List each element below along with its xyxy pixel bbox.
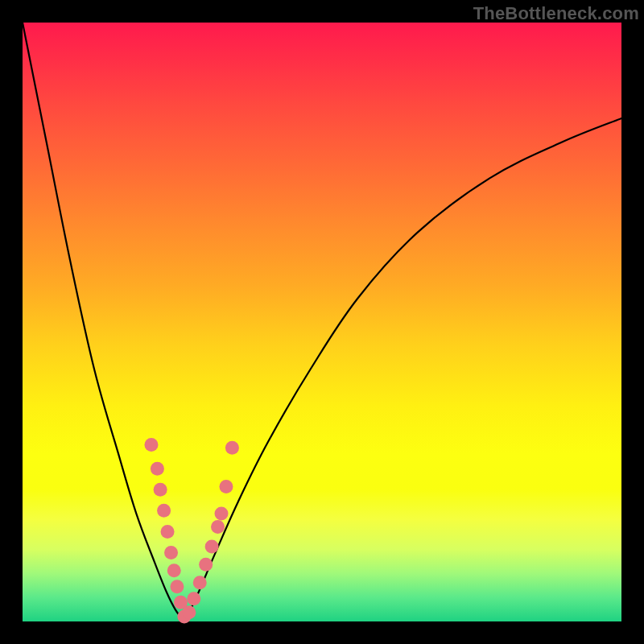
marker-dot (199, 558, 213, 572)
marker-dot (144, 438, 158, 452)
plot-area (23, 23, 621, 621)
curve-group (23, 23, 621, 621)
marker-dot (225, 441, 239, 455)
marker-dot (187, 592, 200, 605)
chart-frame: TheBottleneck.com (0, 0, 644, 644)
marker-dot (154, 483, 167, 497)
marker-dot (164, 546, 178, 559)
marker-dot (211, 520, 225, 534)
marker-dot (161, 525, 175, 539)
marker-dot (219, 480, 233, 493)
marker-dot (151, 462, 164, 476)
marker-dot (170, 580, 184, 593)
marker-dot (167, 564, 181, 577)
bottleneck-curve-left (23, 23, 184, 621)
marker-dot (205, 540, 219, 554)
marker-dot (182, 605, 196, 619)
bottleneck-curve-right (184, 118, 621, 621)
marker-dot (193, 576, 207, 589)
watermark-text: TheBottleneck.com (473, 3, 639, 24)
chart-svg (23, 23, 621, 621)
marker-dot (157, 504, 171, 518)
marker-dot (215, 507, 229, 521)
